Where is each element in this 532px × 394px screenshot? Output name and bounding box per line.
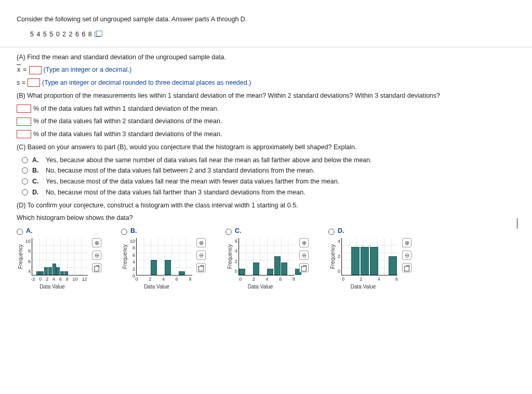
popout-icon[interactable] [299,263,309,272]
x-ticks: 02468 [136,276,192,283]
chart-bar [274,256,281,275]
xbar-symbol: x [17,65,21,75]
radio-icon[interactable] [22,178,28,185]
y-axis-label: Frequency [121,244,129,269]
radio-icon[interactable] [22,189,28,195]
histogram-chart [341,238,397,275]
histogram-letter: B. [130,226,137,236]
chart-bar [44,267,48,274]
chart-bar [267,269,273,275]
mean-hint: (Type an integer or a decimal.) [44,65,132,75]
s-prefix: s = [17,78,25,88]
radio-icon[interactable] [22,157,28,163]
popout-icon[interactable] [196,263,206,272]
chart-bar [179,271,185,275]
part-d-prompt: (D) To confirm your conjecture, construc… [17,201,515,211]
within1-input[interactable] [17,104,31,113]
radio-icon[interactable] [121,229,127,235]
option-text: Yes, because most of the data values fal… [46,177,339,187]
within2-line: % of the data values fall within 2 stand… [17,116,515,126]
part-c-prompt: (C) Based on your answers to part (B), w… [17,142,515,152]
histogram-option-D: D.Frequency4200246Data Value [328,226,411,291]
sample-data-values: 5 4 5 5 0 2 2 6 6 8 [17,28,515,44]
within3-input[interactable] [17,130,31,138]
y-ticks: 420 [338,238,340,275]
part-b-prompt: (B) What proportion of the measurements … [17,91,515,101]
within2-text: % of the data values fall within 2 stand… [33,116,222,126]
chart-bar [151,260,157,275]
chart-bar [281,262,287,275]
x-axis-label: Data Value [144,283,169,291]
part-c-option-D[interactable]: D.No, because most of the data values fa… [22,188,515,198]
popout-icon[interactable] [92,263,101,272]
option-text: Yes, because about the same number of da… [46,155,372,165]
chart-bar [60,271,64,275]
popout-icon[interactable] [402,263,411,272]
chart-bar [165,260,171,275]
mean-input[interactable] [29,66,42,74]
histogram-letter: C. [235,226,242,236]
radio-icon[interactable] [328,229,335,235]
zoom-out-icon[interactable] [299,251,309,260]
part-d-subprompt: Which histogram below shows the data? [17,213,515,223]
histogram-letter: D. [338,226,344,236]
equals-1: = [23,65,26,75]
chart-bar [48,267,52,274]
option-letter: D. [32,188,42,198]
chart-bar [56,267,60,274]
within1-text: % of the data values fall within 1 stand… [33,104,219,114]
chart-tool-icons [92,238,101,272]
part-a-prompt: (A) Find the mean and standard deviation… [17,52,515,62]
zoom-in-icon[interactable] [196,238,206,247]
divider [0,47,532,47]
zoom-in-icon[interactable] [402,238,411,247]
part-c-option-C[interactable]: C.Yes, because most of the data values f… [22,177,515,187]
x-axis-label: Data Value [248,283,273,291]
y-ticks: 6420 [235,238,237,275]
chart-bar [253,262,259,275]
x-axis-label: Data Value [351,283,376,291]
radio-icon[interactable] [22,167,28,174]
histogram-option-B: B.Frequency108642002468Data Value [121,226,206,291]
histogram-chart [32,238,88,275]
part-c-option-B[interactable]: B.No, because most of the data values fa… [22,166,515,176]
histogram-options: A.Frequency10864-2024681012Data ValueB.F… [17,226,515,291]
chart-bar [370,247,378,275]
option-letter: B. [32,166,42,176]
histogram-chart [238,238,295,275]
zoom-in-icon[interactable] [92,238,101,247]
x-axis-label: Data Value [39,283,65,291]
question-intro: Consider the following set of ungrouped … [17,15,515,24]
zoom-in-icon[interactable] [299,238,309,247]
x-ticks: -2024681012 [31,276,87,283]
y-axis-label: Frequency [226,244,234,269]
zoom-out-icon[interactable] [402,251,411,260]
mean-input-line: x = (Type an integer or a decimal.) [17,65,515,75]
copy-icon[interactable] [95,32,101,37]
text-cursor [517,218,517,229]
chart-bar [40,271,44,275]
option-text: No, because most of the data values fall… [46,166,315,176]
chart-bar [361,247,369,275]
y-ticks: 10864 [25,238,31,275]
chart-bar [389,256,397,275]
y-ticks: 1086420 [130,238,135,275]
part-c-option-A[interactable]: A.Yes, because about the same number of … [22,155,515,165]
zoom-out-icon[interactable] [196,251,206,260]
radio-icon[interactable] [17,229,23,235]
data-list: 5 4 5 5 0 2 2 6 6 8 [30,31,92,38]
x-ticks: 02468 [239,276,295,283]
chart-bar [351,247,360,275]
radio-icon[interactable] [225,229,232,235]
chart-bar [239,269,245,275]
sd-input[interactable] [28,78,40,87]
option-letter: C. [32,177,42,187]
y-axis-label: Frequency [329,244,337,269]
y-axis-label: Frequency [17,244,24,269]
sd-input-line: s = (Type an integer or decimal rounded … [17,78,515,88]
chart-bar [36,271,40,275]
zoom-out-icon[interactable] [92,251,101,260]
within1-line: % of the data values fall within 1 stand… [17,104,515,114]
within2-input[interactable] [17,117,31,126]
chart-bar [52,264,56,275]
